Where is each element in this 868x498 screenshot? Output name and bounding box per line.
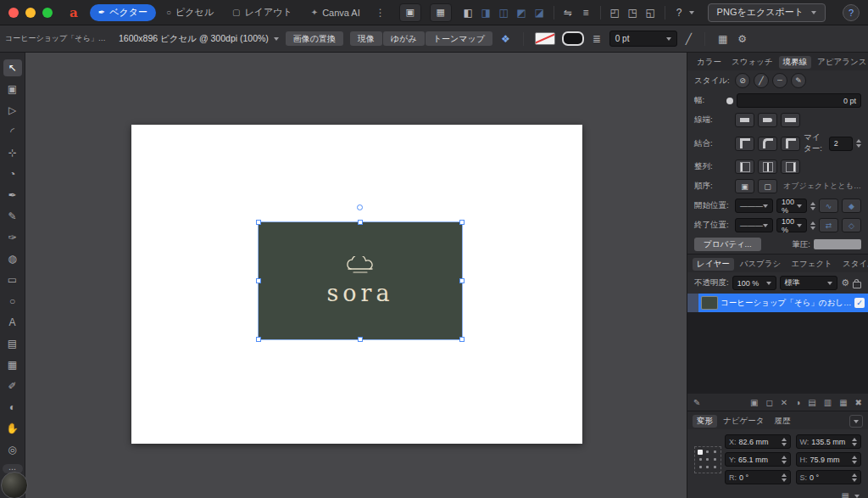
place-image-tool[interactable]: ▤ (3, 335, 22, 352)
shear-field[interactable]: S: 0 ° (796, 470, 862, 484)
transform-grid-icon[interactable]: ▦ (842, 491, 849, 498)
selection-handle-se[interactable] (459, 337, 465, 342)
align-outside-button[interactable] (781, 159, 800, 174)
style-brush-button[interactable]: ✎ (791, 73, 806, 88)
tab-path-brush[interactable]: パスブラシ (736, 258, 786, 271)
tab-appearance[interactable]: アピアランス (813, 56, 868, 69)
assets-button[interactable]: ▦ (430, 3, 452, 22)
canvas-workspace[interactable]: sora (25, 53, 687, 498)
anchor-point-selector[interactable] (694, 446, 721, 473)
line-style-icon[interactable]: ╱ (684, 33, 693, 45)
delete-layer-icon[interactable]: ✖ (855, 398, 862, 407)
pattern-layer-icon[interactable]: ▦ (839, 398, 847, 407)
account-avatar[interactable] (1, 472, 28, 498)
replace-image-button[interactable]: 画像の置換 (286, 31, 343, 46)
h-stepper[interactable] (852, 456, 857, 464)
rotation-handle[interactable] (357, 204, 363, 210)
cap-butt-button[interactable] (735, 113, 754, 127)
fill-tool[interactable]: ◍ (3, 250, 22, 267)
style-none-button[interactable]: ⊘ (735, 73, 750, 88)
selection-handle-sw[interactable] (256, 337, 261, 342)
order-back-button[interactable]: ▢ (758, 179, 777, 193)
pencil-tool[interactable]: ✎ (3, 208, 22, 225)
rectangle-tool[interactable]: ▭ (3, 271, 22, 288)
end-dash-dropdown[interactable]: ——— (735, 218, 773, 232)
join-miter-button[interactable] (735, 137, 754, 151)
text-tool[interactable]: A (3, 314, 22, 331)
swap-ends-button[interactable]: ⇄ (819, 218, 838, 232)
layer-edit-column[interactable] (687, 294, 698, 312)
liquify-button[interactable]: ゆがみ (383, 31, 425, 46)
transparency-tool[interactable]: ◐ (3, 399, 22, 416)
r-stepper[interactable] (782, 473, 787, 482)
tab-stroke[interactable]: 境界線 (779, 56, 812, 69)
color-picker-tool[interactable]: ✐ (3, 378, 22, 394)
snapping-options-icon[interactable]: ❖ (499, 33, 512, 45)
cap-square-button[interactable] (781, 113, 800, 127)
boolean-subtract-icon[interactable]: ◫ (496, 7, 512, 19)
selection-handle-e[interactable] (459, 278, 465, 283)
insert-behind-icon[interactable]: ◰ (607, 7, 623, 19)
empty-mask-icon[interactable]: ◻ (766, 398, 773, 407)
tab-styles[interactable]: スタイル (838, 258, 868, 271)
close-window-button[interactable] (8, 8, 19, 18)
edit-mask-icon[interactable]: ✎ (693, 398, 700, 407)
align-center-button[interactable] (735, 159, 754, 174)
export-button[interactable]: PNGをエクスポート (708, 3, 826, 22)
style-paint-icon[interactable]: ◧ (460, 7, 476, 19)
live-filter-icon[interactable]: ✕ (781, 398, 787, 407)
w-stepper[interactable] (852, 438, 857, 446)
artboard-tool[interactable]: ▣ (3, 81, 22, 98)
y-stepper[interactable] (782, 456, 787, 464)
end-percent-field[interactable]: 100 % (776, 218, 807, 232)
symbols-button[interactable]: ▣ (399, 3, 421, 22)
y-field[interactable]: Y: 65.1 mm (725, 452, 791, 467)
toolbar-chevron-icon[interactable] (689, 11, 694, 14)
toolbar-settings-icon[interactable]: ⚙ (736, 33, 748, 45)
persona-tab-canva-ai[interactable]: ✦ Canva AI (303, 4, 369, 21)
x-field[interactable]: X: 82.6 mm (725, 434, 791, 449)
stroke-presets-icon[interactable]: ≣ (591, 33, 603, 45)
minimize-window-button[interactable] (25, 8, 36, 18)
layer-mask-icon[interactable]: ▣ (750, 398, 758, 407)
opacity-dropdown[interactable]: 100 % (732, 276, 776, 290)
zoom-tool[interactable]: ◎ (3, 441, 22, 458)
selection-handle-w[interactable] (256, 278, 261, 283)
contour-tool[interactable]: ◔ (3, 165, 22, 182)
fill-swatch-none[interactable] (535, 32, 555, 45)
blend-mode-dropdown[interactable]: 標準 (780, 276, 837, 290)
develop-button[interactable]: 現像 (350, 31, 382, 46)
tab-color[interactable]: カラー (693, 56, 726, 69)
end-stepper[interactable] (810, 221, 815, 230)
alignment-icon[interactable]: ≡ (578, 7, 594, 19)
boolean-intersect-icon[interactable]: ◩ (514, 7, 530, 19)
persona-more-icon[interactable]: ⋮ (370, 7, 391, 19)
new-layer-icon[interactable]: ▥ (824, 398, 832, 407)
tone-map-button[interactable]: トーンマップ (426, 31, 492, 46)
start-dash-dropdown[interactable]: ——— (735, 199, 773, 213)
layer-name[interactable]: コーヒーショップ「そら」のおしゃれ… (721, 298, 852, 309)
style-dash-button[interactable]: ┄ (772, 73, 787, 88)
join-round-button[interactable] (758, 137, 777, 151)
tab-navigator[interactable]: ナビゲータ (719, 415, 768, 428)
join-bevel-button[interactable] (781, 137, 800, 151)
selection-handle-ne[interactable] (459, 220, 465, 225)
width-slider-thumb[interactable] (726, 98, 733, 104)
corner-tool[interactable]: ◜ (3, 123, 22, 140)
align-inside-button[interactable] (758, 159, 777, 174)
tab-effects[interactable]: エフェクト (787, 258, 837, 271)
end-profile-button[interactable]: ◇ (842, 218, 861, 232)
cap-round-button[interactable] (758, 113, 777, 127)
flip-horizontal-icon[interactable]: ⇋ (560, 7, 576, 19)
ellipse-tool[interactable]: ○ (3, 293, 22, 310)
resolution-dropdown[interactable]: 1600x896 ピクセル @ 300dpi (100%) (119, 33, 279, 45)
start-stepper[interactable] (810, 202, 815, 210)
quick-help-icon[interactable]: ? (671, 7, 687, 19)
selection-handle-nw[interactable] (256, 220, 261, 225)
insert-on-top-icon[interactable]: ◱ (643, 7, 659, 19)
order-front-button[interactable]: ▣ (735, 179, 754, 193)
w-field[interactable]: W: 135.5 mm (796, 434, 862, 449)
layer-thumbnail[interactable] (701, 296, 718, 310)
tab-transform[interactable]: 変形 (693, 415, 717, 428)
selection-handle-s[interactable] (358, 337, 363, 342)
